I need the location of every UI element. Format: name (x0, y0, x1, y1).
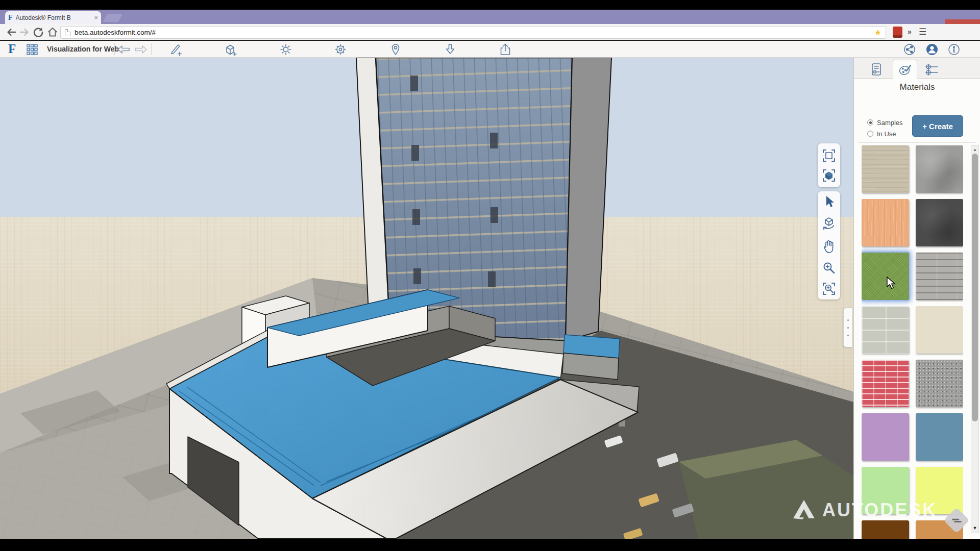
model-scene (0, 58, 853, 539)
create-material-button[interactable]: + Create (912, 115, 963, 137)
material-swatch-wood-orange[interactable] (862, 199, 909, 246)
materials-panel: Materials Samples In Use + Create ▲ ▼ (853, 58, 980, 539)
3d-viewport[interactable] (0, 58, 853, 539)
browser-tabstrip: F Autodesk® FormIt B × ✕ (0, 10, 980, 24)
scrollbar-thumb[interactable] (972, 154, 978, 421)
select-tool-button[interactable] (822, 194, 836, 210)
material-swatch-wood-beige[interactable] (862, 145, 909, 193)
toolbar-separator (151, 43, 152, 55)
forward-icon[interactable] (18, 26, 31, 38)
orbit-tool-button[interactable] (821, 215, 837, 233)
material-swatch-wood-planks[interactable] (916, 253, 963, 300)
in-use-radio[interactable] (867, 131, 873, 137)
page-icon (65, 29, 70, 36)
toolbar-separator (114, 43, 115, 55)
material-swatch-concrete[interactable] (916, 145, 963, 193)
formit-logo[interactable]: F (8, 42, 16, 56)
materials-grid (862, 145, 963, 539)
material-swatch-steel-blue[interactable] (916, 413, 963, 461)
view-tool-group (818, 143, 840, 187)
formit-favicon-icon: F (8, 14, 13, 22)
screen: F Autodesk® FormIt B × ✕ beta.autodeskfo… (0, 0, 980, 551)
browser-menu-button[interactable]: ☰ (919, 27, 926, 37)
samples-radio[interactable] (867, 119, 873, 126)
add-shapes-button[interactable] (223, 41, 239, 57)
material-swatch-gravel[interactable] (916, 360, 963, 407)
tab-close-icon[interactable]: × (94, 14, 98, 21)
tab-levels[interactable] (919, 60, 944, 79)
zoom-window-button[interactable] (821, 281, 837, 296)
panel-tab-bar (854, 58, 980, 79)
scroll-up-icon[interactable]: ▲ (971, 146, 978, 153)
in-use-label: In Use (877, 130, 896, 138)
settings-button[interactable] (332, 41, 349, 57)
fit-view-button[interactable] (821, 148, 837, 163)
filter-samples[interactable]: Samples (867, 118, 903, 127)
info-button[interactable] (946, 41, 962, 57)
material-swatch-brick-red[interactable] (862, 360, 909, 407)
tab-materials[interactable] (893, 60, 917, 80)
divider (858, 142, 976, 143)
samples-label: Samples (877, 119, 903, 127)
undo-button[interactable] (115, 41, 132, 57)
material-swatch-asphalt-dark[interactable] (916, 199, 963, 246)
apps-grid-icon[interactable] (27, 44, 38, 55)
new-tab-button[interactable] (103, 14, 123, 22)
panel-collapse-handle[interactable] (843, 308, 852, 347)
pan-tool-button[interactable] (821, 238, 837, 255)
account-button[interactable] (924, 41, 940, 57)
material-swatch-dark-brown[interactable] (862, 520, 909, 539)
collaboration-network-button[interactable] (901, 41, 918, 57)
nav-tool-group (818, 191, 840, 299)
home-icon[interactable] (46, 26, 59, 38)
formit-toolbar: F Visualization for Web (0, 41, 980, 58)
reload-icon[interactable] (32, 26, 44, 38)
materials-scrollbar[interactable]: ▲ ▼ (971, 145, 979, 533)
browser-tab[interactable]: F Autodesk® FormIt B × (5, 11, 101, 24)
extension-icon[interactable] (893, 27, 902, 38)
scroll-down-icon[interactable]: ▼ (971, 524, 978, 532)
zoom-extents-3d-button[interactable] (821, 168, 837, 183)
browser-navbar: beta.autodeskformit.com/# ★ » ☰ (0, 24, 980, 40)
extensions-overflow-button[interactable]: » (908, 28, 912, 36)
bookmark-star-icon[interactable]: ★ (874, 28, 881, 37)
location-button[interactable] (387, 41, 404, 57)
divider (858, 113, 976, 113)
sketch-tools-button[interactable] (167, 41, 184, 57)
sun-shadows-button[interactable] (278, 41, 294, 57)
letterbox-top (0, 0, 980, 10)
workspace-title: Visualization for Web (47, 45, 119, 53)
tab-properties[interactable] (864, 60, 889, 79)
material-swatch-light-green[interactable] (862, 467, 909, 514)
tab-title: Autodesk® FormIt B (16, 14, 87, 21)
material-swatch-stucco-cream[interactable] (916, 306, 963, 354)
material-swatch-yellow[interactable] (916, 467, 963, 514)
back-icon[interactable] (5, 26, 17, 38)
letterbox-bottom (0, 539, 980, 551)
filter-in-use[interactable]: In Use (867, 130, 896, 138)
material-swatch-purple[interactable] (862, 413, 909, 461)
material-swatch-masonry-block[interactable] (862, 306, 909, 354)
redo-button[interactable] (133, 41, 149, 57)
url-bar[interactable]: beta.autodeskformit.com/# ★ (60, 26, 886, 39)
material-swatch-grass[interactable] (862, 253, 909, 300)
import-button[interactable] (442, 41, 458, 57)
panel-title: Materials (854, 82, 980, 92)
export-share-button[interactable] (497, 41, 513, 57)
zoom-tool-button[interactable] (821, 260, 837, 276)
url-input[interactable]: beta.autodeskformit.com/# (75, 29, 870, 36)
